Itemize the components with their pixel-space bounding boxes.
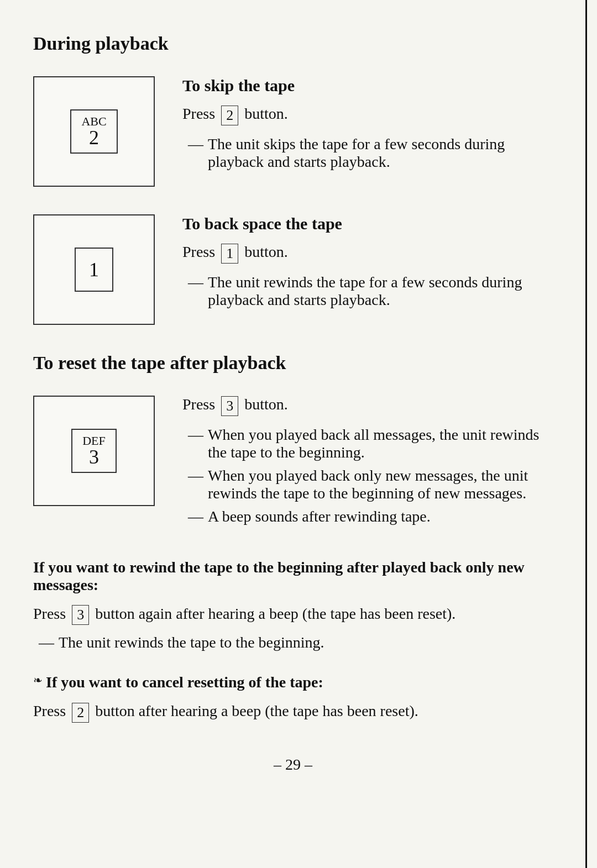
3-number: 3 xyxy=(89,447,99,467)
reset-dash2: — xyxy=(188,467,203,485)
back-space-subsection: 1 To back space the tape Press 1 button.… xyxy=(33,214,553,325)
skip-press-label: Press xyxy=(182,105,215,122)
back-space-bullet1: — The unit rewinds the tape for a few se… xyxy=(188,273,553,309)
cancel-section-header: ❧ If you want to cancel resetting of the… xyxy=(33,674,553,691)
abc-letters: ABC xyxy=(81,115,106,128)
section-title-during-playback: During playback xyxy=(33,33,553,54)
back-bullet-text: The unit rewinds the tape for a few seco… xyxy=(208,273,553,309)
back-key-1: 1 xyxy=(221,244,238,264)
skip-button-text: button. xyxy=(244,105,288,122)
1-key: 1 xyxy=(75,248,113,292)
cancel-reset-title: If you want to cancel resetting of the t… xyxy=(46,674,323,691)
reset-tape-title: To reset the tape after playback xyxy=(33,353,553,373)
reset-bullet1: — When you played back all messages, the… xyxy=(188,426,553,461)
reset-press-line: Press 3 button. xyxy=(182,396,553,416)
reset-bullet-text2: When you played back only new messages, … xyxy=(208,467,553,502)
rewind-after-new-title: If you want to rewind the tape to the be… xyxy=(33,559,553,594)
reset-key-3: 3 xyxy=(221,396,238,416)
reset-tape-section: DEF 3 Press 3 button. — When you played … xyxy=(33,396,553,531)
abc2-key: ABC 2 xyxy=(70,109,117,154)
rewind-button-text: button again after hearing a beep (the t… xyxy=(95,605,455,622)
rewind-press-label: Press xyxy=(33,605,66,622)
rewind-note-dash: — xyxy=(39,634,54,651)
back-press-label: Press xyxy=(182,243,215,260)
skip-tape-subsection: ABC 2 To skip the tape Press 2 button. —… xyxy=(33,76,553,187)
cancel-key-2: 2 xyxy=(72,703,89,723)
back-space-instructions: To back space the tape Press 1 button. —… xyxy=(182,214,553,314)
back-space-press-line: Press 1 button. xyxy=(182,243,553,264)
1-number: 1 xyxy=(89,258,99,281)
reset-press-label: Press xyxy=(182,396,215,413)
rewind-press-line: Press 3 button again after hearing a bee… xyxy=(33,605,553,625)
2-number: 2 xyxy=(89,128,99,148)
skip-tape-title: To skip the tape xyxy=(182,76,553,95)
page-number: – 29 – xyxy=(33,756,553,774)
def3-key: DEF 3 xyxy=(71,429,117,473)
reset-dash3: — xyxy=(188,508,203,525)
reset-button-image: DEF 3 xyxy=(33,396,155,506)
skip-tape-instructions: To skip the tape Press 2 button. — The u… xyxy=(182,76,553,176)
skip-tape-press-line: Press 2 button. xyxy=(182,105,553,125)
def-letters: DEF xyxy=(82,435,106,447)
rewind-note: — The unit rewinds the tape to the begin… xyxy=(39,634,553,651)
cancel-press-line: Press 2 button after hearing a beep (the… xyxy=(33,702,553,723)
skip-tape-bullet1: — The unit skips the tape for a few seco… xyxy=(188,135,553,171)
rewind-after-new-section: If you want to rewind the tape to the be… xyxy=(33,559,553,652)
reset-tape-instructions: Press 3 button. — When you played back a… xyxy=(182,396,553,531)
skip-dash: — xyxy=(188,135,203,153)
back-space-title: To back space the tape xyxy=(182,214,553,233)
rewind-key-3: 3 xyxy=(72,605,89,625)
reset-bullet2: — When you played back only new messages… xyxy=(188,467,553,502)
rewind-note-text: The unit rewinds the tape to the beginni… xyxy=(59,634,553,651)
cancel-reset-section: ❧ If you want to cancel resetting of the… xyxy=(33,674,553,723)
reset-dash1: — xyxy=(188,426,203,444)
skip-tape-button-image: ABC 2 xyxy=(33,76,155,187)
reset-bullet3: — A beep sounds after rewinding tape. xyxy=(188,508,553,525)
decorative-icon: ❧ xyxy=(33,674,43,687)
reset-bullet-text3: A beep sounds after rewinding tape. xyxy=(208,508,553,525)
back-button-text: button. xyxy=(244,243,288,260)
back-space-button-image: 1 xyxy=(33,214,155,325)
skip-key-2: 2 xyxy=(221,106,238,125)
cancel-press-label: Press xyxy=(33,702,66,719)
reset-bullet-text1: When you played back all messages, the u… xyxy=(208,426,553,461)
cancel-button-text: button after hearing a beep (the tape ha… xyxy=(95,702,418,719)
skip-bullet-text: The unit skips the tape for a few second… xyxy=(208,135,553,171)
back-dash: — xyxy=(188,273,203,291)
reset-button-text: button. xyxy=(244,396,288,413)
